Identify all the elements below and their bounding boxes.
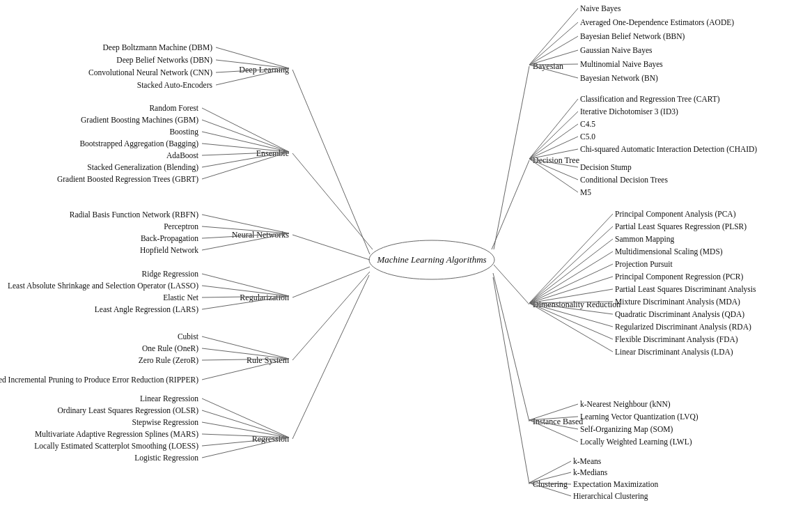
svg-line-69 [493,277,529,484]
svg-line-27 [202,359,289,380]
leaf-pcr: Principal Component Regression (PCR) [615,272,743,281]
leaf-bn: Bayesian Network (BN) [580,74,658,83]
svg-line-35 [494,66,529,249]
leaf-lasso: Least Absolute Shrinkage and Selection O… [8,281,198,291]
leaf-ridge: Ridge Regression [142,270,199,279]
svg-line-5 [292,153,373,249]
svg-line-9 [202,144,289,152]
svg-line-25 [202,348,289,359]
leaf-olsr: Ordinary Least Squares Regression (OLSR) [58,406,199,415]
svg-line-64 [493,273,529,421]
leaf-lars: Least Angle Regression (LARS) [95,305,198,314]
svg-line-37 [529,22,578,65]
leaf-c45: C4.5 [580,120,595,128]
leaf-zeror: Zero Rule (ZeroR) [139,356,198,365]
leaf-backprop: Back-Propagation [141,234,198,243]
svg-line-34 [202,437,289,458]
leaf-chaid: Chi-squared Automatic Interaction Detect… [580,145,757,154]
svg-line-54 [529,239,613,303]
leaf-qda: Quadratic Discriminant Analysis (QDA) [615,310,744,319]
leaf-lvq: Learning Vector Quantization (LVQ) [580,412,698,421]
leaf-pp: Projection Pursuit [615,260,673,269]
leaf-dbn: Deep Belief Networks (DBN) [116,56,212,65]
leaf-boosting: Boosting [169,127,198,137]
svg-line-8 [202,132,289,152]
leaf-knn: k-Nearest Neighbour (kNN) [580,400,671,409]
leaf-em: Expectation Maximization [573,480,659,489]
leaf-stepwise: Stepwise Regression [132,418,198,427]
svg-line-13 [292,235,370,260]
leaf-pca: Principal Component Analysis (PCA) [615,210,736,219]
center-label: Machine Learning Algorithms [376,254,486,265]
leaf-rda: Regularized Discriminant Analysis (RDA) [615,323,751,332]
leaf-fda: Flexible Discriminant Analysis (FDA) [615,335,738,344]
leaf-logreg: Logistic Regression [134,454,198,463]
leaf-dbm: Deep Boltzmann Machine (DBM) [103,43,213,52]
leaf-stump: Decision Stump [580,163,632,172]
svg-line-6 [202,108,289,152]
svg-line-56 [529,264,613,303]
leaf-hierarchical: Hierarchical Clustering [573,492,648,501]
svg-line-31 [202,422,289,437]
leaf-mars: Multivariate Adaptive Regression Splines… [35,430,198,439]
leaf-kmeans: k-Means [573,457,602,465]
leaf-sae: Stacked Auto-Encoders [137,81,213,89]
leaf-cubist: Cubist [178,332,199,341]
leaf-m5: M5 [580,188,591,196]
svg-line-63 [529,303,613,352]
svg-line-44 [529,111,578,159]
leaf-gbm: Gradient Boosting Machines (GBM) [81,116,198,125]
leaf-gaussianbayes: Gaussian Naive Bayes [580,46,653,55]
leaf-c50: C5.0 [580,132,595,141]
leaf-linreg: Linear Regression [140,394,198,403]
svg-line-0 [292,70,370,254]
svg-line-30 [202,410,289,437]
leaf-bbn: Bayesian Belief Network (BBN) [580,32,685,41]
leaf-plsr: Partial Least Squares Regression (PLSR) [615,222,747,231]
leaf-blending: Stacked Generalization (Blending) [87,163,198,172]
leaf-oner: One Rule (OneR) [142,344,198,353]
leaf-plsda: Partial Least Squares Discriminant Analy… [615,285,756,294]
leaf-aode: Averaged One-Dependence Estimators (AODE… [580,18,734,27]
svg-line-28 [292,275,369,439]
leaf-cart: Classification and Regression Tree (CART… [580,95,720,104]
leaf-rf: Random Forest [149,104,198,112]
leaf-elasticnet: Elastic Net [163,293,199,302]
mindmap-svg: Machine Learning Algorithms Deep Learnin… [0,0,812,519]
svg-line-42 [492,160,529,249]
svg-line-36 [529,8,578,65]
leaf-naivebayes: Naive Bayes [580,4,621,13]
leaf-rbfn: Radial Basis Function Network (RBFN) [70,210,198,219]
leaf-adaboost: AdaBoost [166,151,199,160]
svg-line-23 [292,272,370,360]
leaf-ripper: Repeated Incremental Pruning to Produce … [0,375,198,385]
leaf-loess: Locally Estimated Scatterplot Smoothing … [34,442,198,451]
leaf-lda: Linear Discriminant Analysis (LDA) [615,348,733,357]
leaf-sammon: Sammon Mapping [615,235,675,244]
svg-line-11 [202,152,289,167]
svg-line-55 [529,251,613,303]
leaf-multinomialbayes: Multinomial Naive Bayes [580,60,663,69]
leaf-bagging: Bootstrapped Aggregation (Bagging) [79,139,198,148]
svg-line-7 [202,120,289,152]
leaf-perceptron: Perceptron [164,222,198,231]
leaf-mda: Mixture Discriminant Analysis (MDA) [615,297,740,307]
leaf-som: Self-Organizing Map (SOM) [580,425,673,434]
svg-line-38 [529,36,578,65]
leaf-lwl: Locally Weighted Learning (LWL) [580,437,692,447]
svg-line-18 [292,267,370,297]
leaf-cdt: Conditional Decision Trees [580,176,668,184]
leaf-hopfield: Hopfield Network [140,246,198,255]
leaf-cnn: Convolutional Neural Network (CNN) [88,68,212,77]
svg-line-24 [202,336,289,359]
leaf-kmedians: k-Medians [573,468,608,477]
leaf-gbrt: Gradient Boosted Regression Trees (GBRT) [57,175,198,184]
leaf-id3: Iterative Dichotomiser 3 (ID3) [580,107,678,116]
svg-line-29 [202,398,289,437]
svg-line-12 [202,152,289,179]
leaf-mds: Multidimensional Scaling (MDS) [615,247,723,256]
